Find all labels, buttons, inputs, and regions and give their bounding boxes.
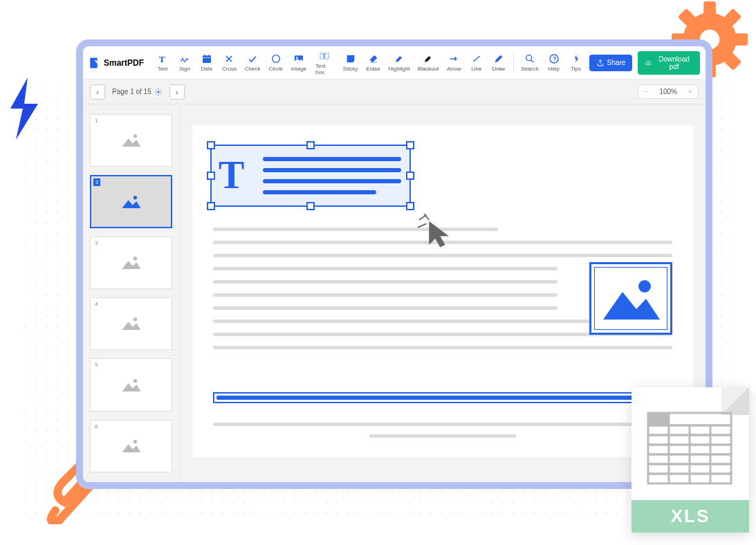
- bolt-decoration: [3, 77, 45, 140]
- svg-rect-12: [204, 55, 205, 57]
- next-page-button[interactable]: ›: [169, 84, 185, 100]
- tool-search[interactable]: Search: [518, 51, 542, 74]
- svg-rect-13: [209, 55, 210, 57]
- resize-handle[interactable]: [306, 141, 315, 149]
- footer-text-placeholder: [213, 423, 672, 438]
- tool-date[interactable]: Date: [196, 51, 217, 74]
- zoom-in-button[interactable]: +: [683, 85, 698, 98]
- svg-point-25: [133, 196, 136, 199]
- prev-page-button[interactable]: ‹: [90, 84, 105, 100]
- share-button[interactable]: Share: [589, 55, 633, 71]
- thumbnail-1[interactable]: 1: [90, 114, 172, 167]
- xls-file-icon: XLS: [631, 387, 749, 533]
- svg-point-14: [272, 55, 279, 63]
- svg-point-29: [133, 440, 136, 443]
- svg-rect-0: [703, 1, 716, 15]
- svg-rect-19: [369, 62, 377, 63]
- resize-handle[interactable]: [207, 141, 215, 149]
- tool-highlight[interactable]: Highlight: [385, 51, 413, 74]
- svg-rect-11: [203, 57, 211, 58]
- svg-text:T: T: [159, 54, 165, 64]
- nav-bar: ‹ Page 1 of 15 › − 100% +: [83, 80, 706, 104]
- gear-icon[interactable]: [154, 88, 163, 96]
- svg-rect-44: [648, 413, 669, 425]
- zoom-out-button[interactable]: −: [638, 85, 654, 98]
- tool-textbox[interactable]: TText box: [311, 48, 338, 77]
- svg-rect-10: [203, 55, 211, 63]
- cursor-icon: [418, 214, 455, 251]
- app-logo[interactable]: SmartPDF: [89, 57, 144, 69]
- svg-point-26: [133, 257, 136, 260]
- tool-sign[interactable]: Sign: [174, 51, 195, 74]
- tool-tips[interactable]: Tips: [566, 51, 587, 74]
- tool-circle[interactable]: Circle: [265, 51, 286, 74]
- app-name: SmartPDF: [104, 58, 144, 68]
- thumbnail-6[interactable]: 6: [90, 420, 172, 472]
- zoom-value: 100%: [654, 85, 683, 98]
- resize-handle[interactable]: [406, 202, 414, 210]
- canvas[interactable]: T: [180, 104, 706, 482]
- tool-check[interactable]: Check: [241, 51, 264, 74]
- resize-handle[interactable]: [207, 172, 215, 180]
- svg-rect-3: [734, 33, 748, 46]
- tool-blackout[interactable]: Blackout: [414, 51, 442, 74]
- resize-handle[interactable]: [207, 202, 215, 210]
- text-tool-glyph: T: [219, 153, 244, 197]
- tool-text[interactable]: TText: [152, 51, 173, 74]
- svg-point-33: [638, 280, 651, 293]
- tool-cross[interactable]: Cross: [219, 51, 240, 74]
- resize-handle[interactable]: [306, 202, 315, 210]
- resize-handle[interactable]: [406, 172, 414, 180]
- page-indicator: Page 1 of 15: [112, 88, 163, 96]
- xls-badge: XLS: [631, 500, 749, 533]
- thumbnail-3[interactable]: 3: [90, 237, 172, 289]
- line-selection[interactable]: [213, 392, 672, 403]
- tool-line[interactable]: Line: [466, 51, 487, 74]
- tool-arrow[interactable]: Arrow: [443, 51, 465, 74]
- selected-text-lines: [263, 157, 401, 194]
- svg-text:T: T: [323, 53, 326, 59]
- thumbnail-4[interactable]: 4: [90, 297, 172, 350]
- thumbnail-5[interactable]: 5: [90, 358, 172, 411]
- svg-point-27: [133, 317, 136, 321]
- tool-draw[interactable]: Draw: [488, 51, 509, 74]
- svg-point-28: [133, 379, 136, 382]
- toolbar: SmartPDF TText Sign Date Cross Check Cir…: [83, 46, 706, 80]
- svg-point-20: [526, 55, 532, 61]
- zoom-control: − 100% +: [638, 84, 699, 99]
- toolbar-divider: [513, 53, 514, 73]
- image-selection[interactable]: [589, 262, 672, 335]
- resize-handle[interactable]: [406, 141, 414, 149]
- tool-image[interactable]: Image: [288, 51, 310, 74]
- document-page[interactable]: T: [192, 125, 693, 457]
- svg-point-24: [133, 134, 136, 138]
- text-selection-box[interactable]: T: [210, 145, 411, 207]
- svg-line-31: [418, 223, 427, 227]
- tool-erase[interactable]: Erase: [362, 51, 384, 74]
- download-button[interactable]: Download pdf: [638, 51, 700, 75]
- tool-sticky[interactable]: Sticky: [340, 51, 361, 74]
- page-thumbnails: 1 2 3 4 5 6: [83, 104, 180, 482]
- svg-rect-8: [90, 57, 98, 68]
- tool-help[interactable]: ?Help: [544, 51, 564, 74]
- app-window: SmartPDF TText Sign Date Cross Check Cir…: [76, 39, 712, 489]
- workspace: 1 2 3 4 5 6 T: [83, 104, 706, 482]
- svg-text:?: ?: [553, 55, 556, 62]
- svg-point-23: [157, 91, 159, 93]
- thumbnail-2[interactable]: 2: [90, 175, 172, 228]
- svg-point-16: [296, 57, 298, 59]
